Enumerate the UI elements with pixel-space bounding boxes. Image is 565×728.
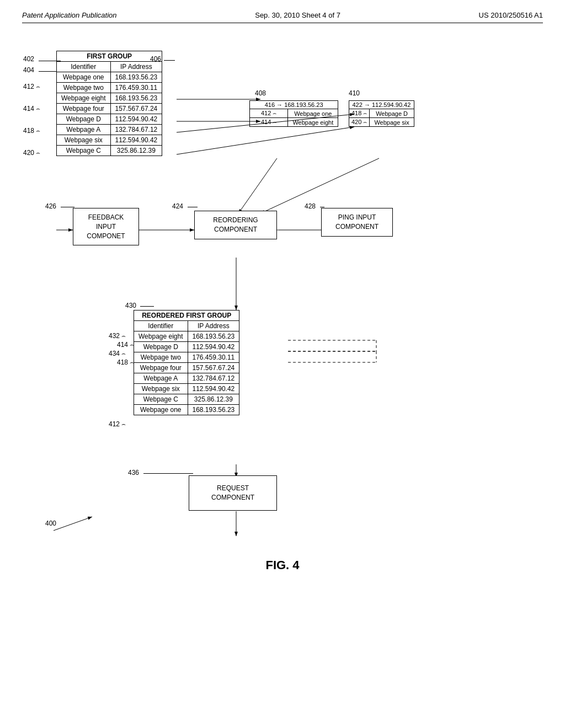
fg-row7-id: Webpage C	[57, 146, 111, 156]
ref-428: 428	[305, 202, 316, 210]
rg-row0-id: Webpage eight	[134, 331, 188, 342]
ref-412-st: 412 ⌢	[250, 109, 288, 118]
ref-424: 424	[172, 202, 183, 210]
table-row: Webpage A 132.784.67.12	[57, 125, 162, 135]
svg-line-20	[54, 517, 92, 531]
header-patent-number: US 2010/250516 A1	[479, 11, 543, 19]
request-label: REQUEST COMPONENT	[211, 484, 254, 501]
header-date-sheet: Sep. 30, 2010 Sheet 4 of 7	[255, 11, 340, 19]
table-row: Webpage two 176.459.30.11	[134, 352, 239, 363]
fg-row4-id: Webpage D	[57, 114, 111, 125]
ref-414-rg: 414 ⌢	[117, 341, 134, 349]
ref-418-st: 418 ⌢	[349, 109, 370, 118]
table-row: Webpage C 325.86.12.39	[134, 394, 239, 405]
st410-arrow-label: 422 → 112.594.90.42	[349, 101, 414, 109]
st410-row1: Webpage D	[370, 109, 414, 118]
fg-row6-ip: 112.594.90.42	[110, 135, 162, 146]
table-row: Webpage four 157.567.67.24	[57, 104, 162, 114]
rg-row1-id: Webpage D	[134, 342, 188, 352]
rg-row1-ip: 112.594.90.42	[188, 342, 239, 352]
reordered-group-table: REORDERED FIRST GROUP Identifier IP Addr…	[134, 310, 239, 415]
rg-header-ip: IP Address	[188, 321, 239, 331]
reordered-group-wrapper: REORDERED FIRST GROUP Identifier IP Addr…	[134, 310, 239, 415]
ref-436: 436	[128, 469, 139, 477]
table-row: Webpage four 157.567.67.24	[134, 363, 239, 373]
ref-412-rg: 412 ⌢	[109, 420, 126, 428]
svg-line-6	[238, 158, 277, 213]
table-row: Webpage eight 168.193.56.23	[134, 331, 239, 342]
reordering-label: REORDERING COMPONENT	[213, 216, 258, 233]
table-row: Webpage eight 168.193.56.23	[57, 93, 162, 104]
ping-input-component: PING INPUT COMPONENT	[321, 208, 393, 237]
table-row: Webpage one 168.193.56.23	[134, 405, 239, 415]
ref-400-arrow	[54, 514, 98, 536]
sub-table-410: 422 → 112.594.90.42 418 ⌢ Webpage D 420 …	[349, 100, 414, 127]
fg-row4-ip: 112.594.90.42	[110, 114, 162, 125]
table-row: Webpage C 325.86.12.39	[57, 146, 162, 156]
fg-row0-ip: 168.193.56.23	[110, 72, 162, 83]
sub-table-408-content: 416 → 168.193.56.23 412 ⌢ Webpage one 41…	[249, 100, 338, 127]
st408-arrow-label: 416 → 168.193.56.23	[250, 101, 338, 109]
first-group-wrapper: FIRST GROUP Identifier IP Address Webpag…	[56, 51, 162, 156]
header-publication: Patent Application Publication	[22, 11, 117, 19]
rg-row2-ip: 176.459.30.11	[188, 352, 239, 363]
st408-row1: Webpage one	[288, 109, 338, 118]
rg-row3-ip: 157.567.67.24	[188, 363, 239, 373]
svg-line-5	[177, 127, 354, 154]
rg-row7-ip: 168.193.56.23	[188, 405, 239, 415]
rg-row4-ip: 132.784.67.12	[188, 373, 239, 384]
table-row: Webpage six 112.594.90.42	[134, 384, 239, 394]
rg-row6-id: Webpage C	[134, 394, 188, 405]
fg-row0-id: Webpage one	[57, 72, 111, 83]
rg-row4-id: Webpage A	[134, 373, 188, 384]
st410-row2: Webpage six	[370, 118, 414, 127]
feedback-label: FEEDBACK INPUT COMPONET	[87, 213, 125, 240]
ref-430: 430	[125, 302, 136, 309]
fg-row7-ip: 325.86.12.39	[110, 146, 162, 156]
ref-410: 410	[349, 89, 360, 97]
request-component: REQUEST COMPONENT	[189, 475, 277, 511]
ref-420-st: 420 ⌢	[349, 118, 370, 127]
reordered-title: REORDERED FIRST GROUP	[134, 311, 239, 321]
fig-label: FIG. 4	[265, 558, 299, 572]
fg-row2-id: Webpage eight	[57, 93, 111, 104]
fg-row3-ip: 157.567.67.24	[110, 104, 162, 114]
table-row: Webpage one 168.193.56.23	[57, 72, 162, 83]
rg-row5-id: Webpage six	[134, 384, 188, 394]
ref-408: 408	[255, 89, 266, 97]
ref-418-rg: 418 ⌢	[117, 358, 134, 366]
ref-432: 432 ⌢	[109, 332, 126, 340]
sub-table-410-content: 422 → 112.594.90.42 418 ⌢ Webpage D 420 …	[349, 100, 414, 127]
page: Patent Application Publication Sep. 30, …	[0, 0, 565, 728]
rg-row6-ip: 325.86.12.39	[188, 394, 239, 405]
fg-row1-id: Webpage two	[57, 83, 111, 93]
reordering-component: REORDERING COMPONENT	[194, 211, 277, 239]
fg-header-ip: IP Address	[110, 62, 162, 72]
rg-header-identifier: Identifier	[134, 321, 188, 331]
feedback-input-component: FEEDBACK INPUT COMPONET	[73, 208, 139, 245]
table-row: Webpage A 132.784.67.12	[134, 373, 239, 384]
rg-row2-id: Webpage two	[134, 352, 188, 363]
diagram: 402 404 406 FIRST GROUP Identifier IP Ad…	[23, 40, 542, 702]
first-group-table: FIRST GROUP Identifier IP Address Webpag…	[56, 51, 162, 156]
table-row: Webpage D 112.594.90.42	[134, 342, 239, 352]
fg-row5-ip: 132.784.67.12	[110, 125, 162, 135]
first-group-title: FIRST GROUP	[57, 51, 162, 62]
ref-426: 426	[45, 202, 56, 210]
ref-414-st: 414 ⌢	[250, 118, 288, 127]
ref-412-top: 412 ⌢	[23, 83, 40, 90]
ping-label: PING INPUT COMPONENT	[335, 213, 379, 231]
fg-header-identifier: Identifier	[57, 62, 111, 72]
ref-402: 402	[23, 55, 34, 63]
fg-row5-id: Webpage A	[57, 125, 111, 135]
fg-row2-ip: 168.193.56.23	[110, 93, 162, 104]
fg-row6-id: Webpage six	[57, 135, 111, 146]
table-row: Webpage D 112.594.90.42	[57, 114, 162, 125]
ref-420-top: 420 ⌢	[23, 149, 40, 157]
ref-434: 434 ⌢	[109, 350, 126, 357]
page-header: Patent Application Publication Sep. 30, …	[22, 11, 543, 23]
svg-line-7	[260, 158, 379, 213]
ref-414-top: 414 ⌢	[23, 105, 40, 113]
rg-row5-ip: 112.594.90.42	[188, 384, 239, 394]
ref-404: 404	[23, 66, 34, 74]
